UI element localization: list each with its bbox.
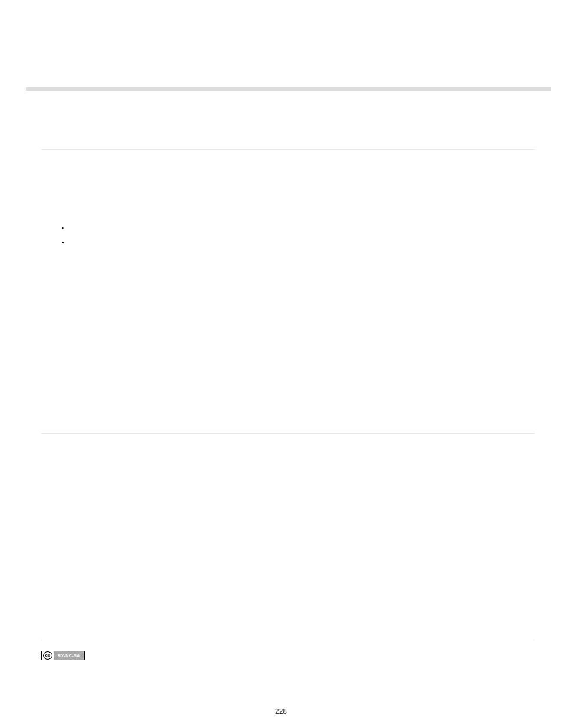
bullet-icon [62,242,64,243]
cc-license-badge: cc BY-NC-SA [41,651,85,660]
header-bar [26,87,551,91]
page-number: 228 [0,707,562,716]
divider-line [41,433,535,434]
cc-license-text: BY-NC-SA [54,651,84,660]
bullet-icon [62,227,64,229]
cc-icon: cc [43,651,52,660]
divider-line [41,149,535,150]
divider-line [41,640,535,640]
